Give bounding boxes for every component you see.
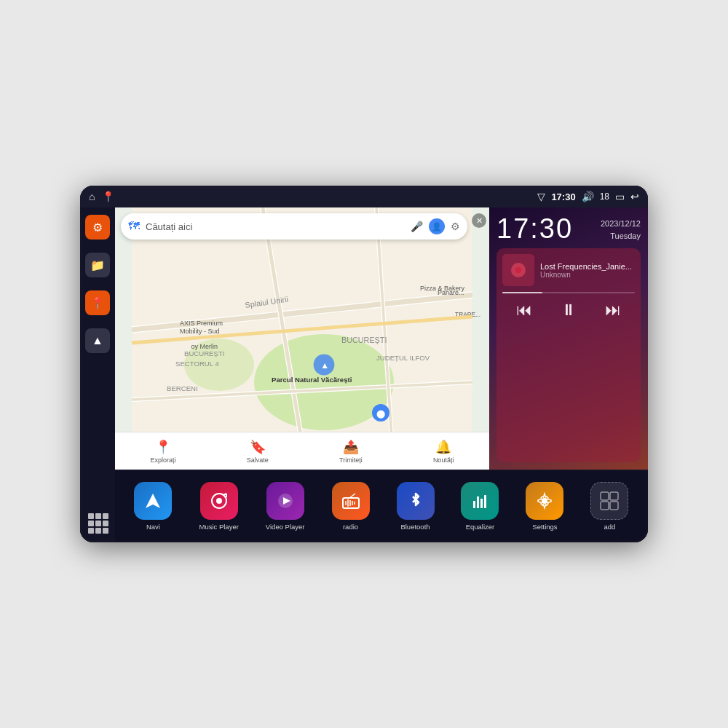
status-bar: ⌂ 📍 ▽ 17:30 🔊 18 ▭ ↩ [80,186,648,207]
app-settings[interactable]: Settings [526,482,563,531]
svg-text:JUDEȚUL ILFOV: JUDEȚUL ILFOV [376,354,430,362]
clock-date-value: 2023/12/12 [601,219,641,228]
svg-rect-50 [480,499,483,508]
app-music-player[interactable]: Music Player [199,482,238,531]
news-label: Noutăți [433,456,454,464]
add-label: add [604,523,616,531]
share-icon: 📤 [343,439,359,455]
music-widget: Lost Frequencies_Janie... Unknown ⏮ ⏸ ⏭ [496,248,641,462]
svg-point-33 [515,267,521,273]
status-bar-right: ▽ 17:30 🔊 18 ▭ ↩ [537,191,639,202]
map-panel[interactable]: Splaiul Unirii BUCUREȘTI JUDEȚUL ILFOV B… [115,207,489,470]
app-add[interactable]: add [590,482,628,531]
center-area: Splaiul Unirii BUCUREȘTI JUDEȚUL ILFOV B… [115,207,648,542]
home-icon[interactable]: ⌂ [89,191,95,202]
bluetooth-label: Bluetooth [400,523,430,531]
svg-rect-48 [473,501,475,508]
radio-label: radio [343,523,358,531]
app-equalizer[interactable]: Equalizer [461,482,499,531]
svg-text:AXIS Premium: AXIS Premium [180,320,223,327]
saved-label: Salvate [247,456,269,464]
svg-text:oy Merlin: oy Merlin [191,343,218,350]
navi-label: Navi [146,523,160,531]
sidebar: ⚙ 📁 📍 ▲ [80,207,115,542]
back-icon[interactable]: ↩ [630,191,639,202]
main-content: ⚙ 📁 📍 ▲ [80,207,648,542]
apps-dock: Navi Music Player [115,470,648,542]
device-frame: ⌂ 📍 ▽ 17:30 🔊 18 ▭ ↩ ⚙ 📁 📍 ▲ [80,186,648,542]
svg-rect-55 [601,502,609,510]
app-video-player[interactable]: Video Player [266,482,305,531]
svg-text:Mobility - Sud: Mobility - Sud [180,328,220,335]
music-album-art [502,254,534,286]
share-label: Trimiteți [339,456,363,464]
music-progress-fill [502,292,542,293]
svg-text:⬤: ⬤ [376,409,385,419]
map-close-button[interactable]: ✕ [472,213,486,228]
explore-label: Explorați [151,456,176,464]
svg-rect-56 [610,502,618,510]
files-icon: 📁 [90,258,105,272]
app-bluetooth[interactable]: Bluetooth [397,482,435,531]
svg-point-52 [542,498,547,504]
svg-rect-53 [601,492,609,500]
map-search-bar[interactable]: 🗺 Căutați aici 🎤 👤 ⚙ [121,213,467,240]
clock-widget: 17:30 2023/12/12 Tuesday [496,215,641,242]
svg-text:SECTORUL 4: SECTORUL 4 [175,360,219,368]
svg-text:BERCENI: BERCENI [167,384,198,392]
svg-text:BUCUREȘTI: BUCUREȘTI [341,336,387,344]
sidebar-settings[interactable]: ⚙ [85,215,110,240]
svg-text:BUCUREȘTI: BUCUREȘTI [184,349,224,357]
music-text: Lost Frequencies_Janie... Unknown [540,262,635,279]
svg-rect-49 [477,496,479,508]
map-share-btn[interactable]: 📤 Trimiteți [339,439,363,464]
music-controls: ⏮ ⏸ ⏭ [502,301,635,320]
clock-date: 2023/12/12 Tuesday [601,218,641,242]
svg-point-36 [216,498,222,504]
music-player-icon [200,482,238,520]
mic-icon[interactable]: 🎤 [411,221,423,232]
sidebar-files[interactable]: 📁 [85,253,110,277]
music-artist: Unknown [540,271,635,279]
music-pause-button[interactable]: ⏸ [561,301,577,320]
status-bar-left: ⌂ 📍 [89,191,114,202]
map-news-btn[interactable]: 🔔 Noutăți [433,439,454,464]
settings-label: Settings [532,523,557,531]
wifi-icon: ▽ [537,191,545,202]
location2-icon: 📍 [90,296,105,310]
svg-text:▲: ▲ [320,360,329,371]
news-icon: 🔔 [435,439,451,455]
clock-day-value: Tuesday [610,232,641,240]
svg-marker-34 [146,494,160,508]
volume-icon[interactable]: 🔊 [582,191,594,202]
map-search-placeholder[interactable]: Căutați aici [146,221,405,232]
radio-icon [332,482,370,520]
map-explore-btn[interactable]: 📍 Explorați [151,439,176,464]
status-time: 17:30 [551,191,575,202]
add-icon [590,482,628,520]
top-section: Splaiul Unirii BUCUREȘTI JUDEȚUL ILFOV B… [115,207,648,470]
right-panel: 17:30 2023/12/12 Tuesday [489,207,648,470]
app-radio[interactable]: radio [332,482,370,531]
music-title: Lost Frequencies_Janie... [540,262,635,271]
bluetooth-icon [397,482,435,520]
explore-icon: 📍 [155,439,171,455]
sidebar-navigate[interactable]: ▲ [85,328,110,353]
app-navi[interactable]: Navi [134,482,172,531]
svg-rect-51 [484,495,486,508]
map-gear-icon[interactable]: ⚙ [451,221,460,232]
video-player-label: Video Player [266,523,305,531]
music-progress-bar[interactable] [502,292,635,293]
sidebar-grid-btn[interactable] [85,510,110,535]
music-prev-button[interactable]: ⏮ [516,301,532,320]
user-avatar[interactable]: 👤 [429,218,445,234]
music-player-label: Music Player [199,523,238,531]
battery-icon: ▭ [615,191,625,202]
map-svg: Splaiul Unirii BUCUREȘTI JUDEȚUL ILFOV B… [115,207,489,470]
equalizer-icon [461,482,499,520]
music-next-button[interactable]: ⏭ [605,301,621,320]
sidebar-location[interactable]: 📍 [85,290,110,315]
settings2-icon [526,482,563,520]
location-icon[interactable]: 📍 [102,191,114,202]
map-saved-btn[interactable]: 🔖 Salvate [247,439,269,464]
